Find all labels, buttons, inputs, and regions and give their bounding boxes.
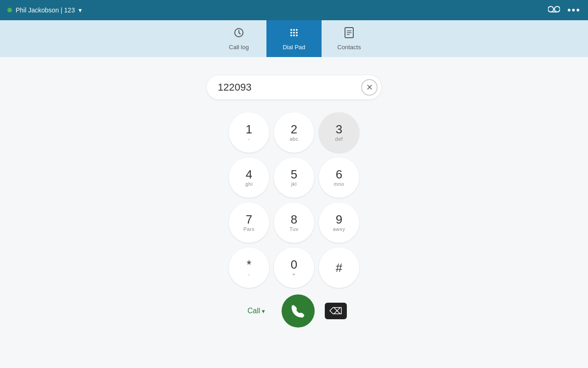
backspace-icon: ⌫ (325, 303, 347, 319)
dial-num-3: 3 (336, 123, 342, 136)
dial-sub-5: jkl (291, 181, 297, 187)
dial-num-2: 2 (291, 123, 297, 136)
svg-point-7 (290, 32, 292, 34)
svg-point-0 (548, 6, 554, 12)
svg-point-11 (293, 34, 295, 36)
phone-input[interactable] (218, 81, 361, 93)
tab-bar: Call log Dial Pad (0, 20, 588, 57)
dial-btn-5[interactable]: 5 jkl (274, 157, 314, 198)
tab-contacts-label: Contacts (337, 44, 361, 51)
dial-num-8: 8 (291, 213, 297, 226)
dial-sub-4: ghi (245, 181, 253, 187)
contacts-icon (344, 27, 354, 41)
svg-point-10 (290, 34, 292, 36)
dial-btn-6[interactable]: 6 mno (319, 157, 359, 198)
dial-btn-8[interactable]: 8 Tuv (274, 202, 314, 243)
dial-sub-7: Pars (243, 226, 255, 232)
svg-point-9 (296, 32, 298, 34)
dial-btn-3[interactable]: 3 def (319, 112, 359, 153)
dial-sub-3: def (335, 136, 343, 142)
dial-sub-9: awxy (333, 226, 345, 232)
svg-point-8 (293, 32, 295, 34)
dial-sub-8: Tuv (289, 226, 298, 232)
main-content: ✕ 1 - 2 abc 3 def 4 ghi 5 jkl 6 mno (0, 57, 588, 368)
user-name: Phil Jackobson | 123 (16, 6, 75, 14)
phone-input-wrapper: ✕ (207, 75, 381, 99)
dial-btn-4[interactable]: 4 ghi (229, 157, 269, 198)
call-phone-button[interactable] (282, 294, 315, 328)
dial-sub-star: - (248, 271, 250, 277)
dial-num-6: 6 (336, 168, 342, 181)
dial-sub-0: + (293, 271, 296, 277)
dial-num-9: 9 (336, 213, 342, 226)
dial-num-4: 4 (246, 168, 252, 181)
dial-btn-hash[interactable]: # (319, 247, 359, 288)
dial-num-1: 1 (246, 123, 252, 136)
dial-sub-6: mno (334, 181, 345, 187)
dial-num-7: 7 (246, 213, 252, 226)
dial-num-hash: # (336, 261, 342, 275)
status-dot (7, 8, 12, 12)
svg-point-12 (296, 34, 298, 36)
tab-dial-pad[interactable]: Dial Pad (266, 20, 322, 57)
call-text: Call (248, 307, 260, 315)
dial-pad: 1 - 2 abc 3 def 4 ghi 5 jkl 6 mno 7 Pars (229, 112, 359, 288)
dial-btn-0[interactable]: 0 + (274, 247, 314, 288)
dial-btn-1[interactable]: 1 - (229, 112, 269, 153)
backspace-button[interactable]: ⌫ (319, 294, 352, 328)
tab-call-log[interactable]: Call log (211, 20, 266, 57)
user-dropdown-arrow[interactable]: ▾ (79, 6, 82, 14)
bottom-row: Call ▾ ⌫ (228, 294, 360, 328)
dial-num-0: 0 (291, 258, 297, 271)
dial-btn-7[interactable]: 7 Pars (229, 202, 269, 243)
dial-btn-9[interactable]: 9 awxy (319, 202, 359, 243)
tab-dial-pad-label: Dial Pad (283, 44, 305, 51)
clock-icon (233, 27, 244, 41)
more-options-icon[interactable]: ••• (567, 4, 581, 16)
clear-icon: ✕ (366, 82, 373, 92)
dial-btn-2[interactable]: 2 abc (274, 112, 314, 153)
top-bar-right: ••• (548, 4, 581, 16)
tab-call-log-label: Call log (229, 44, 249, 51)
clear-button[interactable]: ✕ (361, 79, 378, 96)
svg-point-6 (296, 29, 298, 31)
svg-point-4 (290, 29, 292, 31)
call-label[interactable]: Call ▾ (236, 307, 277, 315)
dial-btn-star[interactable]: * - (229, 247, 269, 288)
tab-contacts[interactable]: Contacts (322, 20, 377, 57)
dial-sub-2: abc (289, 136, 298, 142)
dialpad-icon (288, 27, 300, 41)
dial-num-star: * (247, 258, 251, 271)
user-info: Phil Jackobson | 123 ▾ (7, 6, 82, 14)
voicemail-icon[interactable] (548, 5, 560, 16)
dial-num-5: 5 (291, 168, 297, 181)
call-dropdown-arrow[interactable]: ▾ (262, 308, 265, 315)
dial-sub-1: - (248, 136, 250, 142)
top-bar: Phil Jackobson | 123 ▾ ••• (0, 0, 588, 20)
svg-point-5 (293, 29, 295, 31)
svg-point-1 (554, 6, 560, 12)
